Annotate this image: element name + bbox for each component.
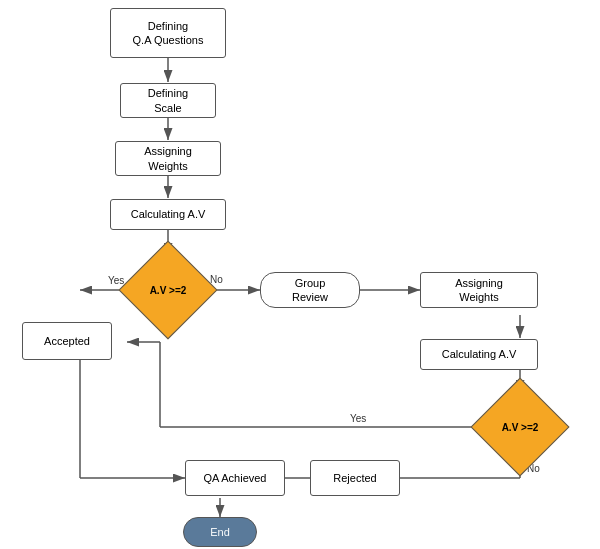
define-scale-label: Defining Scale bbox=[148, 86, 188, 115]
end-node: End bbox=[183, 517, 257, 547]
end-label: End bbox=[210, 525, 230, 539]
calc-av-1-label: Calculating A.V bbox=[131, 207, 206, 221]
define-scale-node: Defining Scale bbox=[120, 83, 216, 118]
diamond-1-label: A.V >=2 bbox=[133, 255, 203, 325]
define-qa-node: Defining Q.A Questions bbox=[110, 8, 226, 58]
define-qa-label: Defining Q.A Questions bbox=[133, 19, 204, 48]
assign-weights-2-node: Assigning Weights bbox=[420, 272, 538, 308]
accepted-node: Accepted bbox=[22, 322, 112, 360]
diamond-2-label: A.V >=2 bbox=[485, 392, 555, 462]
group-review-label: Group Review bbox=[292, 276, 328, 305]
assign-weights-1-label: Assigning Weights bbox=[144, 144, 192, 173]
rejected-label: Rejected bbox=[333, 471, 376, 485]
svg-text:Yes: Yes bbox=[350, 413, 366, 424]
svg-text:Yes: Yes bbox=[108, 275, 124, 286]
group-review-node: Group Review bbox=[260, 272, 360, 308]
rejected-node: Rejected bbox=[310, 460, 400, 496]
assign-weights-1-node: Assigning Weights bbox=[115, 141, 221, 176]
accepted-label: Accepted bbox=[44, 334, 90, 348]
qa-achieved-node: QA Achieved bbox=[185, 460, 285, 496]
calc-av-2-label: Calculating A.V bbox=[442, 347, 517, 361]
assign-weights-2-label: Assigning Weights bbox=[455, 276, 503, 305]
qa-achieved-label: QA Achieved bbox=[204, 471, 267, 485]
calc-av-2-node: Calculating A.V bbox=[420, 339, 538, 370]
calc-av-1-node: Calculating A.V bbox=[110, 199, 226, 230]
svg-text:No: No bbox=[210, 274, 223, 285]
